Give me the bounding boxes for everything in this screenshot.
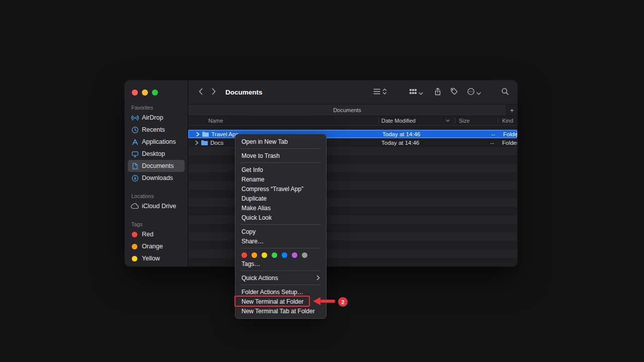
yellow-tag-icon [132,256,137,261]
sidebar-item-tag-orange[interactable]: Orange [128,240,185,252]
window-controls [125,89,188,96]
sidebar-item-tag-red[interactable]: Red [128,228,185,240]
column-kind[interactable]: Kind [502,118,513,124]
green-tag-dot[interactable] [272,252,277,258]
menu-item-new-terminal-tab-at-folder[interactable]: New Terminal Tab at Folder [235,306,326,316]
tab-documents[interactable]: Documents [188,105,506,116]
toolbar: Documents [188,80,517,104]
column-size[interactable]: Size [459,118,469,124]
sidebar-item-label: Recents [142,126,165,133]
column-name[interactable]: Name [208,118,223,124]
column-divider [455,118,455,124]
menu-item-quick-actions[interactable]: Quick Actions [235,273,326,283]
column-label: Date Modified [381,118,416,124]
sidebar-item-tag-green[interactable]: Green [128,264,185,266]
more-actions-button[interactable] [467,87,481,98]
tab-bar: Documents + [188,104,517,116]
menu-item-tags[interactable]: Tags… [235,259,326,268]
minimize-button[interactable] [142,89,148,96]
orange-tag-dot[interactable] [252,252,257,258]
menu-tag-color-row [235,250,326,259]
sidebar-section-locations: Locations [131,193,188,199]
search-icon [501,87,509,98]
close-button[interactable] [132,89,138,96]
group-grid-icon [409,88,417,97]
file-size: -- [455,140,494,146]
sidebar-item-tag-yellow[interactable]: Yellow [128,252,185,264]
folder-icon [201,140,208,146]
list-column-header: Name Date Modified Size Kind [188,116,517,126]
list-view-icon [373,88,381,97]
menu-item-duplicate[interactable]: Duplicate [235,194,326,203]
sidebar-item-applications[interactable]: Applications [128,136,185,148]
red-tag-dot[interactable] [242,252,247,258]
disclosure-chevron-icon[interactable] [196,132,200,137]
menu-item-get-info[interactable]: Get Info [235,165,326,174]
search-button[interactable] [501,87,509,98]
sidebar: Favorites AirDrop Recents Applications D… [125,80,188,266]
sidebar-item-label: AirDrop [142,114,163,121]
sidebar-item-label: Downloads [142,174,173,182]
context-menu: Open in New Tab Move to Trash Get Info R… [235,134,327,319]
menu-item-compress[interactable]: Compress “Travel App” [235,184,326,194]
menu-item-rename[interactable]: Rename [235,174,326,184]
purple-tag-dot[interactable] [292,252,297,258]
annotation-step-badge: 2 [338,297,348,307]
column-divider [378,118,379,124]
menu-item-share[interactable]: Share… [235,236,326,246]
sidebar-section-favorites: Favorites [131,105,188,111]
sidebar-item-airdrop[interactable]: AirDrop [128,112,185,124]
window-title: Documents [225,88,263,96]
menu-item-quick-look[interactable]: Quick Look [235,213,326,222]
view-options-button[interactable] [373,88,387,97]
menu-separator [240,148,321,149]
sidebar-item-icloud-drive[interactable]: iCloud Drive [128,200,185,212]
column-divider [498,118,498,124]
sidebar-item-recents[interactable]: Recents [128,124,185,136]
arrow-head [313,297,320,305]
chevron-right-icon [211,87,217,98]
yellow-tag-dot[interactable] [262,252,267,258]
sidebar-item-label: Yellow [142,255,160,262]
file-size: -- [456,131,495,137]
menu-separator [240,248,321,248]
chevron-up-down-icon [382,88,387,97]
new-tab-button[interactable]: + [506,105,517,116]
sidebar-item-desktop[interactable]: Desktop [128,148,185,160]
menu-item-make-alias[interactable]: Make Alias [235,203,326,213]
sidebar-item-label: Red [142,231,153,238]
file-kind: Folder [502,140,517,146]
menu-item-move-to-trash[interactable]: Move to Trash [235,151,326,160]
applications-icon [131,138,139,146]
column-date-modified[interactable]: Date Modified [381,118,416,124]
clock-icon [131,126,139,134]
chevron-left-icon [198,87,204,98]
ellipsis-circle-icon [467,87,475,98]
sidebar-item-documents[interactable]: Documents [128,160,185,172]
gray-tag-dot[interactable] [302,252,307,258]
tag-icon [450,87,458,97]
document-icon [131,162,139,170]
menu-item-open-in-new-tab[interactable]: Open in New Tab [235,137,326,146]
tags-button[interactable] [450,87,458,97]
chevron-down-icon [419,88,423,97]
sidebar-item-downloads[interactable]: Downloads [128,172,185,184]
blue-tag-dot[interactable] [282,252,287,258]
arrow-shaft [320,300,335,303]
disclosure-chevron-icon[interactable] [195,140,199,145]
menu-separator [240,285,321,285]
forward-button[interactable] [207,86,220,99]
menu-item-copy[interactable]: Copy [235,227,326,236]
zoom-button[interactable] [152,89,158,96]
share-icon [434,87,441,98]
share-button[interactable] [434,87,441,98]
group-button[interactable] [409,88,423,97]
sidebar-item-label: Documents [142,162,174,169]
sidebar-item-label: Orange [142,243,163,250]
menu-item-label: Quick Actions [242,275,278,282]
red-tag-icon [132,232,137,237]
back-button[interactable] [194,86,207,99]
menu-item-folder-actions-setup[interactable]: Folder Actions Setup… [235,287,326,297]
menu-item-new-terminal-at-folder[interactable]: New Terminal at Folder [235,297,326,306]
orange-tag-icon [132,244,137,249]
